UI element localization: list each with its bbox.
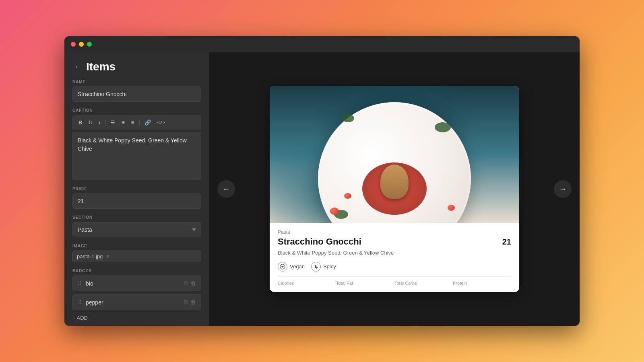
align-button[interactable]: ≡ [130, 119, 136, 126]
maximize-button[interactable] [87, 42, 92, 47]
section-select-wrapper: Pasta Appetizers Mains Desserts [72, 222, 201, 237]
preview-name-row: Stracchino Gnocchi 21 [278, 237, 511, 247]
add-badge-button[interactable]: + ADD [72, 313, 201, 323]
link-button[interactable]: 🔗 [143, 119, 153, 126]
app-window: ← Items NAME CAPTION B U I [64, 36, 580, 326]
price-input[interactable] [72, 193, 201, 209]
bullet-list-button[interactable]: ☰ [109, 119, 117, 126]
badge-copy-button[interactable]: ⧉ [184, 280, 188, 287]
preview-badge-vegan: Vegan [278, 262, 305, 272]
image-filename: pasta-1.jpg [77, 253, 103, 259]
caption-input[interactable]: Black & White Poppy Seed, Green & Yellow… [72, 132, 201, 180]
main-content: ← Items NAME CAPTION B U I [64, 52, 580, 326]
titlebar [64, 36, 580, 52]
toolbar-divider-1 [105, 119, 105, 126]
preview-name: Stracchino Gnocchi [278, 237, 361, 247]
image-tag: pasta-1.jpg ✕ [72, 251, 201, 262]
spicy-label: Spicy [323, 263, 336, 269]
panel-body: NAME CAPTION B U I ☰ ≡ ≡ 🔗 [64, 80, 209, 326]
food-image [270, 86, 519, 223]
italic-button[interactable]: I [97, 119, 102, 126]
nutrient-fat: Total Fat [336, 281, 394, 286]
panel-header: ← Items [64, 52, 209, 80]
caption-label: CAPTION [72, 108, 201, 113]
list-item: ⠿ pepper ⧉ 🗑 [72, 294, 201, 310]
badges-label: BADGES [72, 269, 201, 273]
caption-field-group: CAPTION B U I ☰ ≡ ≡ 🔗 </> Black & White … [72, 108, 201, 180]
tomato-2 [448, 205, 455, 211]
herb-1 [342, 114, 354, 122]
left-panel: ← Items NAME CAPTION B U I [64, 52, 209, 326]
image-remove-button[interactable]: ✕ [106, 254, 110, 259]
section-field-group: SECTION Pasta Appetizers Mains Desserts [72, 215, 201, 237]
name-label: NAME [72, 80, 201, 84]
toolbar-divider-2 [139, 119, 140, 126]
vegan-label: Vegan [290, 263, 305, 269]
badge-name-bio: bio [86, 280, 180, 287]
tomato-3 [344, 193, 351, 199]
nutrients-divider [278, 276, 511, 277]
badge-actions-pepper: ⧉ 🗑 [184, 299, 196, 306]
bold-button[interactable]: B [77, 119, 84, 126]
page-title: Items [86, 60, 116, 73]
badge-copy-button[interactable]: ⧉ [184, 299, 188, 306]
badge-delete-button[interactable]: 🗑 [190, 280, 196, 287]
preview-prev-button[interactable]: ← [217, 180, 235, 198]
preview-card: Pasta Stracchino Gnocchi 21 Black & Whit… [270, 86, 519, 292]
ordered-list-button[interactable]: ≡ [120, 119, 126, 126]
preview-caption: Black & White Poppy Seed, Green & Yellow… [278, 249, 511, 257]
nutrient-carbs: Total Carbs [394, 281, 453, 286]
preview-nutrients: Calories Total Fat Total Carbs Protein [278, 281, 511, 286]
price-label: PRICE [72, 187, 201, 191]
nutrient-calories: Calories [278, 281, 336, 286]
badges-field-group: BADGES ⠿ bio ⧉ 🗑 ⠿ pepper [72, 269, 201, 323]
tomato-1 [330, 208, 339, 215]
underline-button[interactable]: U [87, 119, 94, 126]
fat-label: Total Fat [336, 281, 394, 286]
preview-price: 21 [502, 237, 511, 247]
close-button[interactable] [71, 42, 76, 47]
badge-actions-bio: ⧉ 🗑 [184, 280, 196, 287]
preview-next-button[interactable]: → [554, 180, 572, 198]
price-field-group: PRICE [72, 187, 201, 209]
drag-handle-icon[interactable]: ⠿ [78, 280, 82, 287]
drag-handle-icon[interactable]: ⠿ [78, 299, 82, 306]
section-select[interactable]: Pasta Appetizers Mains Desserts [72, 222, 201, 237]
spicy-icon [311, 262, 321, 272]
carbs-label: Total Carbs [394, 281, 453, 286]
image-field-group: IMAGE pasta-1.jpg ✕ [72, 244, 201, 262]
nutrient-protein: Protein [453, 281, 511, 286]
badge-delete-button[interactable]: 🗑 [190, 299, 196, 306]
badge-name-pepper: pepper [86, 299, 180, 306]
badges-list: ⠿ bio ⧉ 🗑 ⠿ pepper ⧉ � [72, 276, 201, 310]
list-item: ⠿ bio ⧉ 🗑 [72, 276, 201, 291]
section-label: SECTION [72, 215, 201, 220]
right-panel: ← → [209, 52, 580, 326]
back-button[interactable]: ← [74, 63, 81, 71]
preview-info: Pasta Stracchino Gnocchi 21 Black & Whit… [270, 223, 519, 292]
preview-category: Pasta [278, 229, 511, 235]
minimize-button[interactable] [79, 42, 84, 47]
preview-badges: Vegan Spicy [278, 262, 511, 272]
vegan-icon [278, 262, 287, 272]
name-input[interactable] [72, 86, 201, 102]
preview-outer: ← → [209, 52, 580, 326]
name-field-group: NAME [72, 80, 201, 102]
herb-2 [435, 122, 451, 132]
protein-label: Protein [453, 281, 511, 286]
pasta-mound [380, 165, 409, 199]
preview-badge-spicy: Spicy [311, 262, 336, 272]
calories-label: Calories [278, 281, 336, 286]
code-button[interactable]: </> [156, 119, 167, 126]
image-label: IMAGE [72, 244, 201, 248]
caption-toolbar: B U I ☰ ≡ ≡ 🔗 </> [72, 115, 201, 130]
